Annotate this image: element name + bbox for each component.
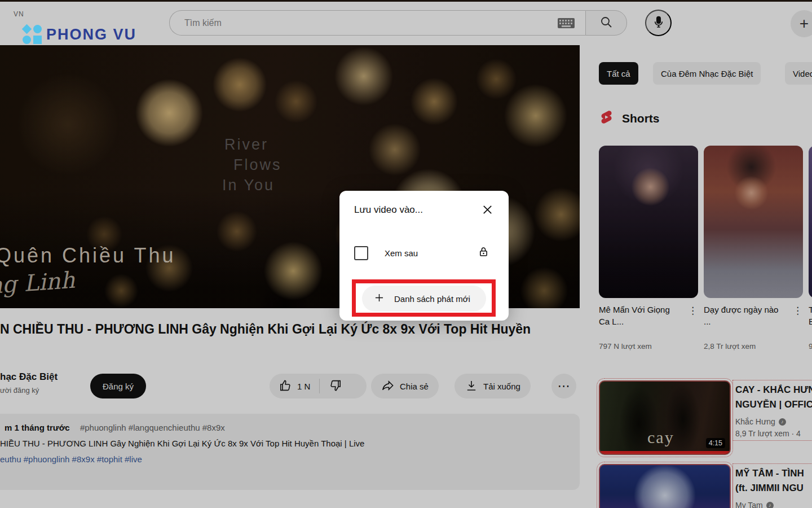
- private-lock-icon: [478, 246, 489, 260]
- close-icon[interactable]: [481, 203, 494, 218]
- phongvu-logo: PHONG VU: [23, 25, 136, 44]
- phongvu-logo-text: PHONG VU: [46, 26, 136, 43]
- phongvu-logo-icon: [23, 25, 42, 44]
- watch-later-checkbox[interactable]: [354, 246, 368, 260]
- annotation-highlight-box: [352, 279, 496, 317]
- dialog-title: Lưu video vào...: [354, 204, 423, 216]
- watch-later-label: Xem sau: [385, 248, 418, 258]
- watermark-region-label: VN: [14, 10, 24, 18]
- page: + Quên Chiều Thu ng Linh River Flows In …: [0, 0, 812, 508]
